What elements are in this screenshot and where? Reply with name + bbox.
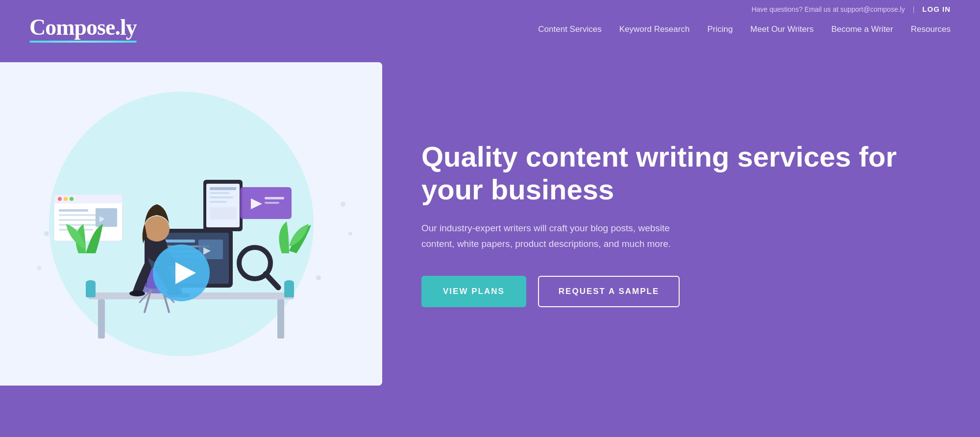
- svg-point-40: [70, 197, 74, 201]
- logo[interactable]: Compose.ly: [29, 16, 137, 43]
- divider: |: [913, 5, 915, 13]
- header: Compose.ly Content Services Keyword Rese…: [0, 16, 980, 52]
- hero-section: Quality content writing services for you…: [0, 52, 980, 415]
- nav-pricing[interactable]: Pricing: [707, 24, 733, 34]
- svg-rect-3: [98, 299, 105, 339]
- svg-rect-33: [210, 201, 227, 203]
- nav-content-services[interactable]: Content Services: [538, 24, 601, 34]
- nav-resources[interactable]: Resources: [911, 24, 951, 34]
- svg-rect-29: [206, 184, 240, 227]
- hero-title: Quality content writing services for you…: [421, 141, 951, 206]
- hero-subtitle: Our industry-expert writers will craft y…: [421, 220, 676, 251]
- nav-meet-writers[interactable]: Meet Our Writers: [750, 24, 813, 34]
- request-sample-button[interactable]: REQUEST A SAMPLE: [538, 276, 680, 307]
- hero-illustration: [0, 62, 382, 386]
- svg-rect-31: [210, 192, 229, 194]
- nav-become-writer[interactable]: Become a Writer: [831, 24, 893, 34]
- svg-rect-46: [96, 208, 117, 227]
- main-nav: Content Services Keyword Research Pricin…: [538, 24, 951, 34]
- svg-rect-50: [265, 197, 284, 199]
- svg-point-60: [44, 231, 49, 236]
- hero-text-area: Quality content writing services for you…: [412, 141, 951, 307]
- view-plans-button[interactable]: VIEW PLANS: [421, 276, 526, 307]
- svg-rect-4: [277, 299, 284, 339]
- svg-point-22: [144, 216, 170, 242]
- svg-point-59: [348, 232, 352, 236]
- svg-point-57: [284, 280, 294, 285]
- svg-rect-32: [210, 196, 233, 198]
- svg-rect-51: [265, 202, 279, 204]
- svg-point-62: [316, 275, 321, 280]
- hero-buttons: VIEW PLANS REQUEST A SAMPLE: [421, 276, 951, 307]
- svg-point-58: [341, 202, 345, 207]
- login-button[interactable]: LOG IN: [922, 5, 951, 13]
- svg-point-61: [37, 266, 41, 270]
- svg-rect-37: [54, 200, 122, 203]
- svg-rect-41: [59, 209, 88, 212]
- svg-point-24: [129, 291, 145, 296]
- svg-point-55: [86, 280, 96, 285]
- logo-underline: [29, 41, 137, 43]
- support-email: Have questions? Email us at support@comp…: [752, 5, 905, 13]
- svg-rect-34: [210, 207, 236, 219]
- logo-text: Compose.ly: [29, 16, 137, 39]
- svg-point-38: [58, 197, 62, 201]
- svg-rect-43: [59, 219, 98, 221]
- top-bar: Have questions? Email us at support@comp…: [0, 0, 980, 16]
- nav-keyword-research[interactable]: Keyword Research: [619, 24, 690, 34]
- svg-rect-30: [210, 187, 236, 190]
- svg-point-39: [64, 197, 68, 201]
